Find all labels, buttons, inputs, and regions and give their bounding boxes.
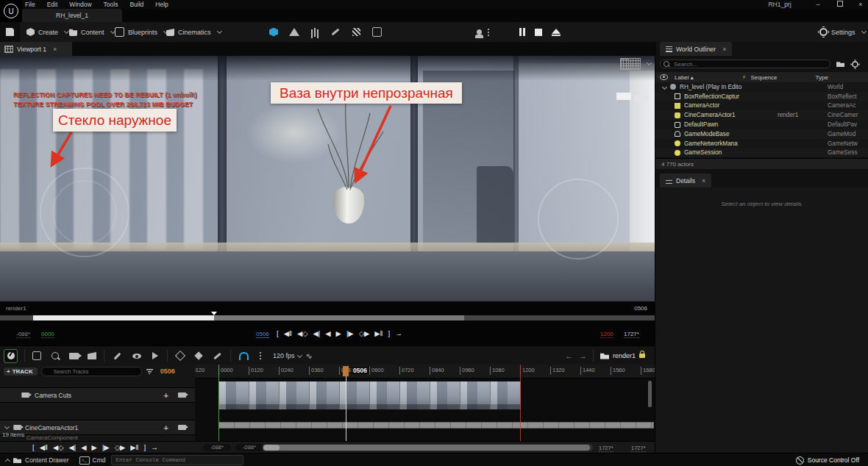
auto-key-button[interactable] <box>194 351 202 359</box>
snap-button[interactable] <box>239 352 249 360</box>
viewport-layout-button[interactable] <box>620 57 651 70</box>
transport-button[interactable]: ] <box>144 444 146 451</box>
transport-button[interactable]: ◀‖ <box>284 330 292 337</box>
landscape-mode-button[interactable] <box>289 27 299 37</box>
keyframe-options-button[interactable] <box>175 351 185 361</box>
transport-button[interactable]: → <box>395 330 402 337</box>
transport-button[interactable]: ▶‖ <box>374 330 383 337</box>
blueprints-button[interactable]: Blueprints <box>115 22 168 42</box>
expand-drawer-icon[interactable] <box>5 458 10 463</box>
playback-end-marker[interactable] <box>520 365 521 441</box>
transport-button[interactable]: ] <box>388 330 391 337</box>
menu-item[interactable]: Help <box>155 1 168 8</box>
view-range-end-field[interactable]: 1727* <box>599 445 613 452</box>
transport-button[interactable]: ▶ <box>92 444 97 451</box>
transport-button[interactable]: → <box>151 444 158 451</box>
find-in-sequence-button[interactable] <box>51 352 59 359</box>
scrollbar-handle-cap[interactable] <box>263 445 280 451</box>
timeline-ruler[interactable]: -012000000120024003600480060007200840096… <box>195 365 655 379</box>
view-range-start-field[interactable]: -088* <box>235 444 263 451</box>
playhead-marker[interactable] <box>343 366 349 376</box>
working-range-start-field[interactable]: -088* <box>203 444 231 451</box>
sequence-breadcrumb[interactable]: render1 <box>613 352 636 359</box>
transport-button[interactable]: ◇▶ <box>359 330 370 337</box>
track-camera-cuts[interactable]: Camera Cuts + <box>0 387 195 403</box>
transport-button[interactable]: |▶ <box>346 330 354 337</box>
scrollbar-handle[interactable] <box>263 445 590 451</box>
source-control-button[interactable]: Source Control Off <box>796 456 859 465</box>
render-movie-button[interactable] <box>69 353 79 359</box>
transport-button[interactable]: ◇▶ <box>115 444 126 451</box>
menu-item[interactable]: Window <box>69 1 91 8</box>
transport-button[interactable]: ◀| <box>69 444 77 451</box>
fps-dropdown[interactable]: 120 fps <box>273 352 295 359</box>
transport-button[interactable]: ◀ <box>81 444 86 451</box>
viewport-tab[interactable]: Viewport 1 × <box>0 42 72 56</box>
outliner-row[interactable]: BoxReflectionCaptur BoxReflect <box>655 92 868 101</box>
outliner-row[interactable]: CameraActor CameraAc <box>655 101 868 111</box>
playhead-line[interactable] <box>346 375 346 441</box>
curve-editor-button[interactable]: ∿ <box>306 351 313 361</box>
label-column-header[interactable]: Label ▴ <box>675 74 694 81</box>
sequence-column-header[interactable]: Sequence <box>750 74 777 81</box>
back-arrow-icon[interactable]: ← <box>565 351 573 360</box>
filter-icon[interactable] <box>146 369 153 374</box>
expand-caret-icon[interactable] <box>4 424 10 429</box>
viewport-3d-scene[interactable]: REFLECTION CAPTURES NEED TO BE REBUILT (… <box>0 56 655 301</box>
camera-lock-button[interactable] <box>178 425 186 430</box>
details-tab[interactable]: Details × <box>660 173 711 187</box>
content-drawer-button[interactable]: Content Drawer <box>25 456 69 464</box>
search-tracks-input[interactable] <box>41 367 142 376</box>
working-range-start[interactable]: -088* <box>16 331 30 338</box>
transport-button[interactable]: [ <box>32 444 35 451</box>
transport-button[interactable]: |▶ <box>102 444 110 451</box>
sequencer-timeline[interactable]: -012000000120024003600480060007200840096… <box>195 365 655 441</box>
save-sequence-button[interactable] <box>32 351 41 360</box>
settings-button[interactable]: Settings <box>819 22 866 42</box>
level-tab[interactable]: RH_level_1 <box>22 9 122 22</box>
sequencer-settings-button[interactable] <box>114 352 121 359</box>
timeline-horizontal-scrollbar[interactable] <box>262 444 593 451</box>
outliner-row[interactable]: GameSession GameSess <box>655 148 868 158</box>
camera-cuts-filmstrip[interactable] <box>218 381 521 409</box>
playback-range-end[interactable]: 1200 <box>600 331 613 338</box>
cinematics-button[interactable]: Cinematics <box>166 22 221 42</box>
fracture-mode-button[interactable] <box>351 27 361 37</box>
snap-options-icon[interactable] <box>260 355 261 356</box>
stop-button[interactable] <box>535 29 542 36</box>
outliner-row[interactable]: GameNetworkMana GameNetw <box>655 139 868 148</box>
transport-button[interactable]: ◀| <box>313 330 321 337</box>
create-button[interactable]: Create <box>26 22 68 42</box>
track-cine-camera-actor[interactable]: CineCameraActor1 + <box>0 420 195 435</box>
outliner-settings-icon[interactable] <box>852 61 858 68</box>
menu-item[interactable]: Tools <box>104 1 118 8</box>
playback-caret[interactable] <box>211 312 217 315</box>
pause-button[interactable] <box>519 28 525 36</box>
sequencer-mode-button[interactable] <box>4 349 18 363</box>
lightning-column-icon[interactable]: ⚡ <box>742 74 747 81</box>
outliner-row[interactable]: DefaultPawn DefaultPav <box>655 120 868 129</box>
type-column-header[interactable]: Type <box>815 74 828 81</box>
view-options-button[interactable] <box>132 354 141 359</box>
sequencer-current-frame[interactable]: 0506 <box>160 368 175 375</box>
world-outliner-tab[interactable]: World Outliner × <box>660 42 732 56</box>
save-button[interactable] <box>0 22 20 42</box>
cmd-button[interactable]: Cmd <box>93 456 106 464</box>
current-frame-field[interactable]: 0506 <box>256 331 269 338</box>
outliner-search-input[interactable] <box>660 60 830 68</box>
working-range-end-field[interactable]: 1727* <box>631 445 646 452</box>
possess-player-icon[interactable] <box>477 29 482 35</box>
timeline-vertical-scrollbar[interactable] <box>648 381 652 407</box>
menu-item[interactable]: Edit <box>47 1 58 8</box>
transport-button[interactable]: ▶‖ <box>130 444 138 451</box>
close-button[interactable]: × <box>853 1 868 8</box>
lock-icon[interactable] <box>639 354 645 358</box>
more-options-icon[interactable] <box>488 32 489 33</box>
transport-button[interactable]: [ <box>277 330 279 337</box>
mesh-mode-button[interactable] <box>371 27 382 37</box>
new-folder-icon[interactable] <box>836 61 844 67</box>
outliner-row[interactable]: CineCameraActor1 render1 CineCamer <box>655 110 868 120</box>
close-icon[interactable]: × <box>53 46 57 53</box>
add-section-button[interactable]: + <box>164 423 168 432</box>
create-camera-button[interactable] <box>88 352 96 359</box>
